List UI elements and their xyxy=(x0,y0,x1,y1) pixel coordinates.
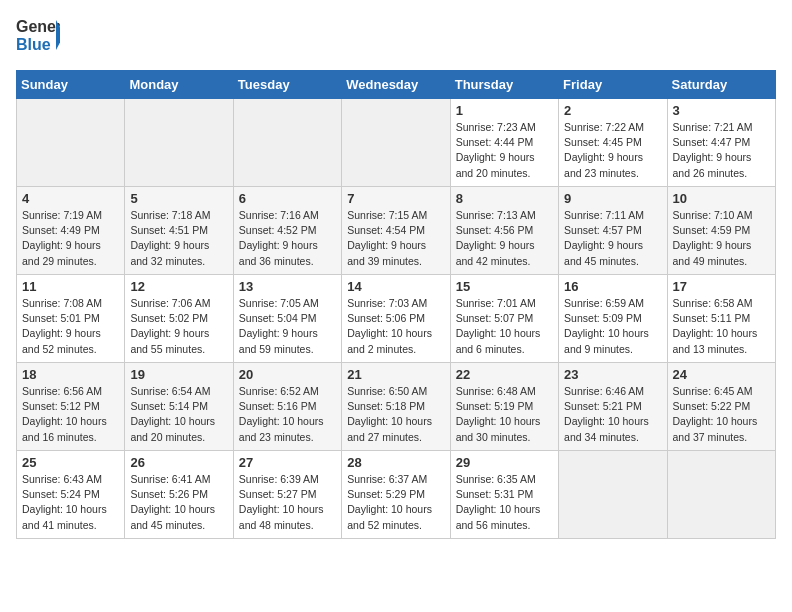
weekday-header-sunday: Sunday xyxy=(17,71,125,99)
day-info: Sunrise: 6:39 AM Sunset: 5:27 PM Dayligh… xyxy=(239,472,336,533)
day-number: 7 xyxy=(347,191,444,206)
day-number: 20 xyxy=(239,367,336,382)
day-number: 4 xyxy=(22,191,119,206)
calendar-cell: 4Sunrise: 7:19 AM Sunset: 4:49 PM Daylig… xyxy=(17,187,125,275)
day-number: 12 xyxy=(130,279,227,294)
calendar-cell: 15Sunrise: 7:01 AM Sunset: 5:07 PM Dayli… xyxy=(450,275,558,363)
calendar-cell: 26Sunrise: 6:41 AM Sunset: 5:26 PM Dayli… xyxy=(125,451,233,539)
calendar-cell xyxy=(667,451,775,539)
calendar-cell: 23Sunrise: 6:46 AM Sunset: 5:21 PM Dayli… xyxy=(559,363,667,451)
calendar-cell: 9Sunrise: 7:11 AM Sunset: 4:57 PM Daylig… xyxy=(559,187,667,275)
calendar-cell: 21Sunrise: 6:50 AM Sunset: 5:18 PM Dayli… xyxy=(342,363,450,451)
calendar-cell: 22Sunrise: 6:48 AM Sunset: 5:19 PM Dayli… xyxy=(450,363,558,451)
day-info: Sunrise: 6:59 AM Sunset: 5:09 PM Dayligh… xyxy=(564,296,661,357)
calendar-cell xyxy=(342,99,450,187)
week-row-3: 11Sunrise: 7:08 AM Sunset: 5:01 PM Dayli… xyxy=(17,275,776,363)
day-number: 19 xyxy=(130,367,227,382)
calendar-cell: 8Sunrise: 7:13 AM Sunset: 4:56 PM Daylig… xyxy=(450,187,558,275)
day-number: 2 xyxy=(564,103,661,118)
day-info: Sunrise: 7:23 AM Sunset: 4:44 PM Dayligh… xyxy=(456,120,553,181)
day-number: 11 xyxy=(22,279,119,294)
day-info: Sunrise: 7:10 AM Sunset: 4:59 PM Dayligh… xyxy=(673,208,770,269)
weekday-header-saturday: Saturday xyxy=(667,71,775,99)
calendar-cell: 19Sunrise: 6:54 AM Sunset: 5:14 PM Dayli… xyxy=(125,363,233,451)
weekday-header-monday: Monday xyxy=(125,71,233,99)
calendar-cell xyxy=(559,451,667,539)
week-row-1: 1Sunrise: 7:23 AM Sunset: 4:44 PM Daylig… xyxy=(17,99,776,187)
calendar-cell: 7Sunrise: 7:15 AM Sunset: 4:54 PM Daylig… xyxy=(342,187,450,275)
weekday-header-wednesday: Wednesday xyxy=(342,71,450,99)
calendar-cell: 6Sunrise: 7:16 AM Sunset: 4:52 PM Daylig… xyxy=(233,187,341,275)
weekday-header-friday: Friday xyxy=(559,71,667,99)
page-header: General Blue xyxy=(16,16,776,58)
svg-text:Blue: Blue xyxy=(16,36,51,53)
day-number: 18 xyxy=(22,367,119,382)
calendar-cell: 17Sunrise: 6:58 AM Sunset: 5:11 PM Dayli… xyxy=(667,275,775,363)
day-info: Sunrise: 6:54 AM Sunset: 5:14 PM Dayligh… xyxy=(130,384,227,445)
weekday-header-tuesday: Tuesday xyxy=(233,71,341,99)
calendar-cell: 16Sunrise: 6:59 AM Sunset: 5:09 PM Dayli… xyxy=(559,275,667,363)
day-number: 28 xyxy=(347,455,444,470)
calendar-cell: 2Sunrise: 7:22 AM Sunset: 4:45 PM Daylig… xyxy=(559,99,667,187)
day-number: 6 xyxy=(239,191,336,206)
calendar-cell: 1Sunrise: 7:23 AM Sunset: 4:44 PM Daylig… xyxy=(450,99,558,187)
day-number: 29 xyxy=(456,455,553,470)
day-info: Sunrise: 7:01 AM Sunset: 5:07 PM Dayligh… xyxy=(456,296,553,357)
day-info: Sunrise: 6:50 AM Sunset: 5:18 PM Dayligh… xyxy=(347,384,444,445)
day-info: Sunrise: 7:21 AM Sunset: 4:47 PM Dayligh… xyxy=(673,120,770,181)
day-number: 10 xyxy=(673,191,770,206)
day-number: 3 xyxy=(673,103,770,118)
day-info: Sunrise: 7:18 AM Sunset: 4:51 PM Dayligh… xyxy=(130,208,227,269)
day-number: 16 xyxy=(564,279,661,294)
calendar-cell: 3Sunrise: 7:21 AM Sunset: 4:47 PM Daylig… xyxy=(667,99,775,187)
day-info: Sunrise: 7:15 AM Sunset: 4:54 PM Dayligh… xyxy=(347,208,444,269)
day-number: 13 xyxy=(239,279,336,294)
day-number: 21 xyxy=(347,367,444,382)
logo-icon: General Blue xyxy=(16,16,60,58)
logo: General Blue xyxy=(16,16,64,58)
day-number: 23 xyxy=(564,367,661,382)
day-info: Sunrise: 6:43 AM Sunset: 5:24 PM Dayligh… xyxy=(22,472,119,533)
day-info: Sunrise: 6:58 AM Sunset: 5:11 PM Dayligh… xyxy=(673,296,770,357)
day-number: 25 xyxy=(22,455,119,470)
day-info: Sunrise: 7:03 AM Sunset: 5:06 PM Dayligh… xyxy=(347,296,444,357)
calendar-cell: 5Sunrise: 7:18 AM Sunset: 4:51 PM Daylig… xyxy=(125,187,233,275)
day-number: 22 xyxy=(456,367,553,382)
calendar-table: SundayMondayTuesdayWednesdayThursdayFrid… xyxy=(16,70,776,539)
calendar-cell: 11Sunrise: 7:08 AM Sunset: 5:01 PM Dayli… xyxy=(17,275,125,363)
calendar-cell: 18Sunrise: 6:56 AM Sunset: 5:12 PM Dayli… xyxy=(17,363,125,451)
calendar-cell: 28Sunrise: 6:37 AM Sunset: 5:29 PM Dayli… xyxy=(342,451,450,539)
day-info: Sunrise: 6:35 AM Sunset: 5:31 PM Dayligh… xyxy=(456,472,553,533)
day-info: Sunrise: 7:19 AM Sunset: 4:49 PM Dayligh… xyxy=(22,208,119,269)
day-number: 24 xyxy=(673,367,770,382)
day-number: 5 xyxy=(130,191,227,206)
calendar-cell: 27Sunrise: 6:39 AM Sunset: 5:27 PM Dayli… xyxy=(233,451,341,539)
week-row-5: 25Sunrise: 6:43 AM Sunset: 5:24 PM Dayli… xyxy=(17,451,776,539)
day-number: 27 xyxy=(239,455,336,470)
day-info: Sunrise: 7:08 AM Sunset: 5:01 PM Dayligh… xyxy=(22,296,119,357)
day-info: Sunrise: 6:41 AM Sunset: 5:26 PM Dayligh… xyxy=(130,472,227,533)
day-info: Sunrise: 6:48 AM Sunset: 5:19 PM Dayligh… xyxy=(456,384,553,445)
day-info: Sunrise: 6:37 AM Sunset: 5:29 PM Dayligh… xyxy=(347,472,444,533)
calendar-cell xyxy=(233,99,341,187)
day-number: 17 xyxy=(673,279,770,294)
calendar-cell: 20Sunrise: 6:52 AM Sunset: 5:16 PM Dayli… xyxy=(233,363,341,451)
day-number: 26 xyxy=(130,455,227,470)
day-info: Sunrise: 6:46 AM Sunset: 5:21 PM Dayligh… xyxy=(564,384,661,445)
calendar-cell: 24Sunrise: 6:45 AM Sunset: 5:22 PM Dayli… xyxy=(667,363,775,451)
day-info: Sunrise: 7:05 AM Sunset: 5:04 PM Dayligh… xyxy=(239,296,336,357)
calendar-cell: 13Sunrise: 7:05 AM Sunset: 5:04 PM Dayli… xyxy=(233,275,341,363)
svg-text:General: General xyxy=(16,18,60,35)
calendar-cell: 25Sunrise: 6:43 AM Sunset: 5:24 PM Dayli… xyxy=(17,451,125,539)
day-info: Sunrise: 7:22 AM Sunset: 4:45 PM Dayligh… xyxy=(564,120,661,181)
week-row-4: 18Sunrise: 6:56 AM Sunset: 5:12 PM Dayli… xyxy=(17,363,776,451)
calendar-cell: 14Sunrise: 7:03 AM Sunset: 5:06 PM Dayli… xyxy=(342,275,450,363)
calendar-cell: 10Sunrise: 7:10 AM Sunset: 4:59 PM Dayli… xyxy=(667,187,775,275)
calendar-cell: 12Sunrise: 7:06 AM Sunset: 5:02 PM Dayli… xyxy=(125,275,233,363)
day-info: Sunrise: 7:13 AM Sunset: 4:56 PM Dayligh… xyxy=(456,208,553,269)
day-info: Sunrise: 6:52 AM Sunset: 5:16 PM Dayligh… xyxy=(239,384,336,445)
day-number: 14 xyxy=(347,279,444,294)
day-info: Sunrise: 7:06 AM Sunset: 5:02 PM Dayligh… xyxy=(130,296,227,357)
day-info: Sunrise: 6:56 AM Sunset: 5:12 PM Dayligh… xyxy=(22,384,119,445)
day-number: 1 xyxy=(456,103,553,118)
